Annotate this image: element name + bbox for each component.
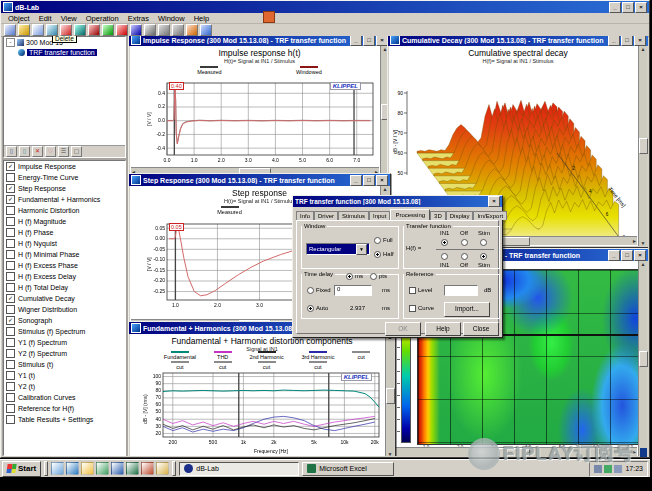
fixed-delay-field[interactable]: 0 (334, 285, 372, 296)
step-scale-box[interactable]: 0.05 (169, 223, 184, 231)
checkbox-icon[interactable] (6, 327, 15, 336)
delay-pts-radio[interactable] (370, 273, 377, 280)
impulse-scale-box[interactable]: 0.40 (169, 82, 184, 90)
excel-icon[interactable] (126, 462, 139, 475)
delay-ms-radio[interactable] (346, 273, 353, 280)
delay-auto-radio[interactable] (307, 305, 314, 312)
minimize-button[interactable]: _ (350, 175, 362, 186)
checkbox-icon[interactable] (6, 250, 15, 259)
media-player-icon[interactable] (96, 462, 109, 475)
checkbox-icon[interactable]: ✓ (6, 316, 15, 325)
floating-tool-icon[interactable] (263, 11, 275, 23)
scroll-arrow-icon[interactable]: ▲ (641, 46, 646, 52)
open-database-icon[interactable] (18, 24, 30, 36)
minimize-button[interactable]: _ (608, 250, 620, 261)
checkbox-icon[interactable] (6, 371, 15, 380)
list-item[interactable]: Y1 (t) (4, 370, 125, 381)
help-button[interactable]: Help (425, 322, 461, 336)
checkbox-icon[interactable] (6, 404, 15, 413)
denominator-stim-radio[interactable] (480, 253, 487, 260)
window-icon[interactable]: ▢ (71, 146, 82, 157)
scroll-arrow-icon[interactable]: ▼ (388, 451, 393, 456)
menu-view[interactable]: View (57, 14, 81, 23)
word-icon[interactable] (111, 462, 124, 475)
list-item[interactable]: ✓Cumulative Decay (4, 293, 125, 304)
list-item[interactable]: H (f) Total Delay (4, 282, 125, 293)
checkbox-icon[interactable] (6, 393, 15, 402)
list-item[interactable]: ✓Sonograph (4, 315, 125, 326)
sonograph-vscrollbar[interactable]: ▲▼ (638, 261, 647, 456)
menu-operation[interactable]: Operation (82, 14, 123, 23)
tab-3d[interactable]: 3D (430, 211, 446, 220)
checkbox-icon[interactable] (6, 239, 15, 248)
show-desktop-icon[interactable] (51, 462, 64, 475)
tab-display[interactable]: Display (446, 211, 474, 220)
list-item[interactable]: H (f) Minimal Phase (4, 249, 125, 260)
checkbox-icon[interactable]: ✓ (6, 294, 15, 303)
outlook-icon[interactable] (81, 462, 94, 475)
new-object-icon[interactable] (32, 24, 44, 36)
window-half-radio[interactable] (374, 251, 381, 258)
minimize-button[interactable]: _ (350, 36, 362, 46)
close-button[interactable]: × (634, 250, 646, 261)
tab-driver[interactable]: Driver (314, 211, 338, 220)
close-button[interactable]: × (376, 175, 388, 186)
list-item[interactable]: Calibration Curves (4, 392, 125, 403)
delete-object-icon[interactable]: ✕ (32, 146, 43, 157)
microphone-icon[interactable] (88, 24, 100, 36)
tab-processing[interactable]: Processing (390, 209, 430, 220)
checkbox-icon[interactable] (6, 228, 15, 237)
denominator-off-radio[interactable] (461, 253, 468, 260)
maximize-button[interactable]: □ (621, 36, 633, 46)
checkbox-icon[interactable] (6, 206, 15, 215)
speaker-icon[interactable] (74, 24, 86, 36)
scroll-arrow-icon[interactable]: ▲ (383, 186, 388, 192)
delete-object-icon[interactable] (60, 24, 72, 36)
checkbox-icon[interactable]: ✓ (6, 184, 15, 193)
start-button[interactable]: Start (2, 461, 41, 477)
list-item[interactable]: Y1 (f) Spectrum (4, 337, 125, 348)
maximize-button[interactable]: □ (363, 36, 375, 46)
list-item[interactable]: ✓Impulse Response (4, 161, 125, 172)
help-icon[interactable] (200, 24, 212, 36)
checkbox-icon[interactable] (6, 338, 15, 347)
step-titlebar[interactable]: Step Response (300 Mod 15.13.08) - TRF t… (129, 174, 390, 186)
list-item[interactable]: Y2 (t) (4, 381, 125, 392)
main-titlebar[interactable]: dB-Lab _□× (1, 1, 649, 13)
menu-window[interactable]: Window (154, 14, 189, 23)
ok-button[interactable]: OK (385, 322, 421, 336)
numerator-off-radio[interactable] (461, 239, 468, 246)
list-item[interactable]: ✓Fundamental + Harmonics (4, 194, 125, 205)
window-type-combo[interactable]: Rectangular ▼ (306, 243, 370, 255)
list-item[interactable]: Reference for H(f) (4, 403, 125, 414)
list-item[interactable]: Harmonic Distortion (4, 205, 125, 216)
list-item[interactable]: ✓Step Response (4, 183, 125, 194)
tab-imexport[interactable]: Im/Export (473, 211, 507, 220)
internet-explorer-icon[interactable] (66, 462, 79, 475)
list-item[interactable]: Stimulus (t) (4, 359, 125, 370)
close-button[interactable]: × (634, 36, 646, 46)
tab-stimulus[interactable]: Stimulus (338, 211, 369, 220)
level-field[interactable] (444, 285, 478, 296)
taskbar-button-db-lab[interactable]: dB-Lab (179, 462, 299, 476)
menu-help[interactable]: Help (190, 14, 213, 23)
redo-icon[interactable] (172, 24, 184, 36)
dialog-close-button[interactable]: × (488, 196, 500, 207)
checkbox-icon[interactable] (6, 382, 15, 391)
list-item[interactable]: H (f) Magnitude (4, 216, 125, 227)
stop-icon[interactable] (116, 24, 128, 36)
minimize-button[interactable]: _ (609, 2, 621, 13)
measurement-icon[interactable] (102, 24, 114, 36)
delay-fixed-radio[interactable] (307, 287, 314, 294)
scroll-arrow-icon[interactable]: ► (632, 238, 637, 244)
numerator-stim-radio[interactable] (480, 239, 487, 246)
checkbox-icon[interactable] (6, 415, 15, 424)
list-item[interactable]: Y2 (f) Spectrum (4, 348, 125, 359)
checkbox-icon[interactable] (6, 173, 15, 182)
window-cascade-icon[interactable] (186, 24, 198, 36)
menu-extras[interactable]: Extras (124, 14, 153, 23)
maximize-button[interactable]: □ (621, 250, 633, 261)
close-button[interactable]: Close (463, 322, 499, 336)
list-item[interactable]: Table Results + Settings (4, 414, 125, 425)
favorite-icon[interactable]: ♡ (45, 146, 56, 157)
